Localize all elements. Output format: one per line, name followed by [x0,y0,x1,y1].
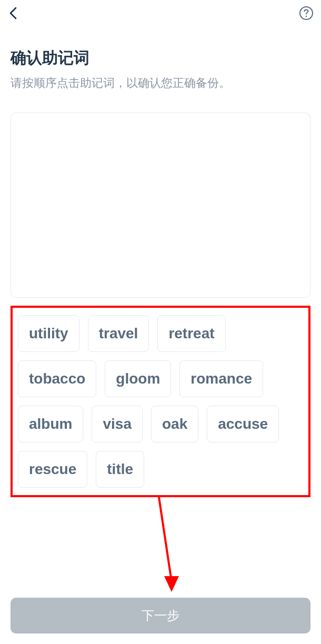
word-chip[interactable]: album [18,406,83,442]
word-chip[interactable]: romance [179,360,263,397]
word-chip[interactable]: travel [88,315,149,352]
annotation-arrow-icon [153,495,184,600]
next-button[interactable]: 下一步 [11,598,310,633]
word-chip[interactable]: oak [151,406,198,442]
word-chip[interactable]: accuse [207,406,279,442]
svg-point-1 [306,16,307,17]
word-chip[interactable]: rescue [18,451,87,488]
back-icon[interactable] [7,7,20,19]
content: 确认助记词 请按顺序点击助记词，以确认您正确备份。 utility travel… [0,26,321,497]
selected-words-area[interactable] [11,113,310,298]
help-icon[interactable] [299,6,314,21]
svg-marker-3 [164,576,179,592]
word-chip[interactable]: title [96,451,144,488]
word-chip[interactable]: tobacco [18,360,96,397]
header [0,0,321,26]
page-title: 确认助记词 [11,47,310,69]
svg-line-2 [159,497,172,581]
word-chip[interactable]: retreat [157,315,225,352]
mnemonic-words-container: utility travel retreat tobacco gloom rom… [11,306,310,497]
word-chip[interactable]: utility [18,315,79,352]
word-chip[interactable]: visa [92,406,143,442]
page-subtitle: 请按顺序点击助记词，以确认您正确备份。 [11,74,310,92]
word-chip[interactable]: gloom [105,360,171,397]
